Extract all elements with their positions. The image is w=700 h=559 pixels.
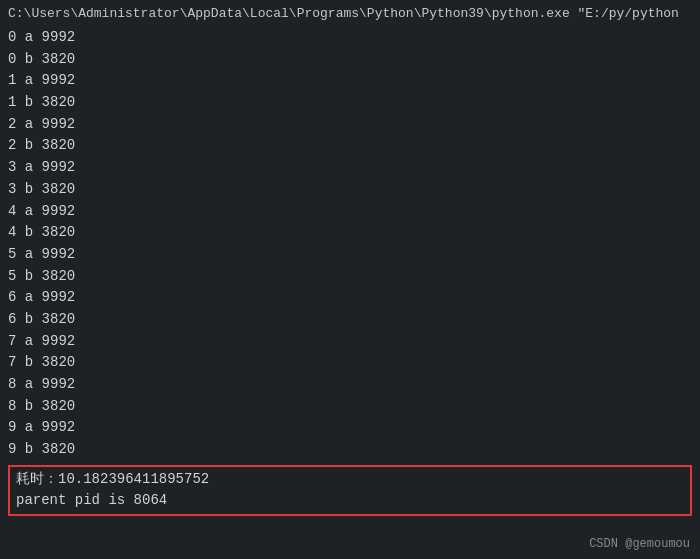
- output-line: 3 b 3820: [8, 179, 692, 201]
- output-line: 0 b 3820: [8, 49, 692, 71]
- watermark: CSDN @gemoumou: [589, 537, 690, 551]
- output-line: 9 b 3820: [8, 439, 692, 461]
- highlighted-result-box: 耗时：10.182396411895752parent pid is 8064: [8, 465, 692, 516]
- output-line: 6 a 9992: [8, 287, 692, 309]
- output-line: 1 b 3820: [8, 92, 692, 114]
- output-line: 7 b 3820: [8, 352, 692, 374]
- output-line: 0 a 9992: [8, 27, 692, 49]
- output-line: 5 b 3820: [8, 266, 692, 288]
- output-line: 7 a 9992: [8, 331, 692, 353]
- output-line: 4 b 3820: [8, 222, 692, 244]
- parent-pid-line: parent pid is 8064: [16, 490, 684, 512]
- output-line: 1 a 9992: [8, 70, 692, 92]
- output-line: 8 a 9992: [8, 374, 692, 396]
- output-line: 2 a 9992: [8, 114, 692, 136]
- output-line: 4 a 9992: [8, 201, 692, 223]
- output-area: 0 a 99920 b 38201 a 99921 b 38202 a 9992…: [8, 27, 692, 553]
- output-line: 9 a 9992: [8, 417, 692, 439]
- output-line: 8 b 3820: [8, 396, 692, 418]
- output-line: 3 a 9992: [8, 157, 692, 179]
- output-line: 2 b 3820: [8, 135, 692, 157]
- output-line: 5 a 9992: [8, 244, 692, 266]
- terminal-title: C:\Users\Administrator\AppData\Local\Pro…: [8, 6, 692, 21]
- output-line: 6 b 3820: [8, 309, 692, 331]
- elapsed-time-line: 耗时：10.182396411895752: [16, 469, 684, 491]
- terminal-window: C:\Users\Administrator\AppData\Local\Pro…: [0, 0, 700, 559]
